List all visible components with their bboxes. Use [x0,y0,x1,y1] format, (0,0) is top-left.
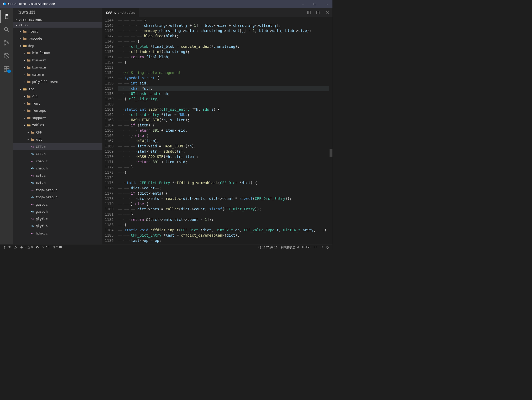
tree-folder-polyfill-msvc[interactable]: ▶polyfill-msvc [13,78,102,86]
activity-search[interactable] [0,23,13,36]
tree-file-cff-c[interactable]: •cCFF.c [13,143,102,151]
tree-item-label: support [32,116,46,120]
file-icon: •c [30,188,34,192]
sb-encoding[interactable]: UTF-8 [300,245,312,249]
activity-explorer[interactable] [0,10,13,23]
tree-folder-fontops[interactable]: ▶fontops [13,107,102,114]
sb-branch[interactable]: cff [2,246,12,249]
tree-folder-bin-win[interactable]: ▶bin-win [13,64,102,71]
sb-github[interactable] [34,246,40,249]
project-label: OTFCC [19,23,28,27]
folder-icon [27,58,30,62]
tab-path: src\tables [118,11,135,14]
activity-scm[interactable] [0,36,13,49]
tree-item-label: cli [32,94,38,98]
tree-folder-dep[interactable]: ▼dep [13,42,102,50]
folder-icon [27,66,30,69]
sb-git-info-count: 10 [59,246,62,249]
minimap-thumb[interactable] [330,149,332,157]
tree-file-hdmx-c[interactable]: •chdmx.c [13,230,102,237]
sb-lang[interactable]: C [319,245,324,249]
tree-item-label: glyf.h [36,224,48,228]
tree-folder-extern[interactable]: ▶extern [13,71,102,78]
chevron-icon: ▶ [23,52,26,54]
svg-point-14 [4,246,5,247]
svg-rect-8 [7,66,9,68]
chevron-icon: ▶ [23,109,26,112]
file-icon: •c [30,203,34,206]
tree-item-label: .vscode [28,36,42,40]
activity-debug[interactable] [0,49,13,62]
tree-folder-font[interactable]: ▶font [13,100,102,107]
tree-file-cvt-c[interactable]: •ccvt.c [13,172,102,179]
more-actions-icon[interactable] [324,9,331,16]
tree-folder--vscode[interactable]: ▶.vscode [13,35,102,42]
code-content[interactable]: ——·——·——·——·}——·——·——·——·charstring->off… [118,17,329,244]
close-button[interactable] [321,0,332,8]
tree-folder-bin-linux[interactable]: ▶bin-linux [13,49,102,57]
tree-item-label: bin-linux [32,51,50,55]
svg-point-5 [8,42,9,43]
tree-file-gasp-h[interactable]: •hgasp.h [13,208,102,215]
sb-position[interactable]: 行 1157, 列 15 [257,245,279,249]
file-icon: •c [30,145,34,148]
svg-point-15 [4,248,5,248]
tree-file-glyf-h[interactable]: •hglyf.h [13,222,102,230]
tree-folder-otl[interactable]: ▶otl [13,136,102,143]
tree-file-fpgm-prep-c[interactable]: •cfpgm-prep.c [13,186,102,194]
tree-folder-bin-osx[interactable]: ▶bin-osx [13,57,102,64]
tree-item-label: fpgm-prep.h [36,195,58,199]
tree-file-cvt-h[interactable]: •hcvt.h [13,179,102,186]
sb-feedback-icon[interactable] [324,245,331,249]
tree-file-fpgm-prep-h[interactable]: •hfpgm-prep.h [13,194,102,201]
tree-item-label: fpgm-prep.c [36,188,58,192]
tree-folder-tables[interactable]: ▼tables [13,121,102,129]
tree-item-label: cmap.c [36,159,48,163]
tree-item-label: cvt.c [36,174,46,178]
tree-file-cmap-h[interactable]: •hcmap.h [13,165,102,172]
tab-cff-c[interactable]: CFF.c src\tables [102,8,139,17]
minimap[interactable] [329,17,333,244]
compare-changes-icon[interactable] [306,9,312,16]
file-icon: •c [30,174,34,177]
tree-item-label: hdmx.c [36,231,48,235]
maximize-button[interactable] [309,0,321,8]
tree-folder-cli[interactable]: ▶cli [13,93,102,100]
chevron-icon: ▶ [23,59,26,61]
tree-file-cff-h[interactable]: •hCFF.h [13,150,102,158]
sb-git-star[interactable]: * 3 [40,246,51,249]
tree-file-gasp-c[interactable]: •cgasp.c [13,201,102,208]
svg-point-19 [44,248,44,248]
file-icon: •h [30,196,34,199]
tree-item-label: cmap.h [36,166,48,170]
chevron-icon: ▶ [23,73,26,76]
editor-body[interactable]: 1144114511461147114811491150115111521153… [102,17,332,244]
project-header[interactable]: ▼OTFCC [13,22,102,28]
split-editor-icon[interactable] [315,9,321,16]
tree-file-cmap-c[interactable]: •ccmap.c [13,158,102,165]
tree-folder-cff[interactable]: ▶CFF [13,129,102,136]
tree-folder--test[interactable]: ▶_test [13,28,102,35]
tree-item-label: glyf.c [36,217,48,221]
tree-item-label: fontops [32,109,46,113]
sb-problems[interactable]: 0 0 [18,246,34,249]
activity-extensions[interactable]: 1 [0,62,13,76]
open-editors-header[interactable]: ▶OPEN EDITORS [13,17,102,22]
sb-eol[interactable]: LF [312,245,319,249]
sb-tabsize[interactable]: 制表符长度: 4 [279,245,300,249]
tree-file-glyf-c[interactable]: •cglyf.c [13,215,102,223]
minimize-button[interactable] [297,0,309,8]
window-title: CFF.c - otfcc - Visual Studio Code [8,2,297,6]
tree-item-label: polyfill-msvc [32,80,58,84]
svg-point-23 [327,247,327,247]
chevron-icon: ▶ [19,37,22,40]
sb-errors: 0 [24,246,25,249]
tree-item-label: font [32,102,40,105]
sb-sync[interactable] [12,246,19,249]
statusbar: cff 0 0 * 3 * 10 行 1157, 列 15 制表符长度: 4 U… [0,244,332,250]
tree-folder-src[interactable]: ▼src [13,86,102,93]
tree-folder-support[interactable]: ▶support [13,114,102,122]
tree-item-label: bin-osx [32,58,46,62]
sb-git-info[interactable]: * 10 [51,246,64,249]
editor-area: CFF.c src\tables 11441145114611471148114… [102,8,332,244]
